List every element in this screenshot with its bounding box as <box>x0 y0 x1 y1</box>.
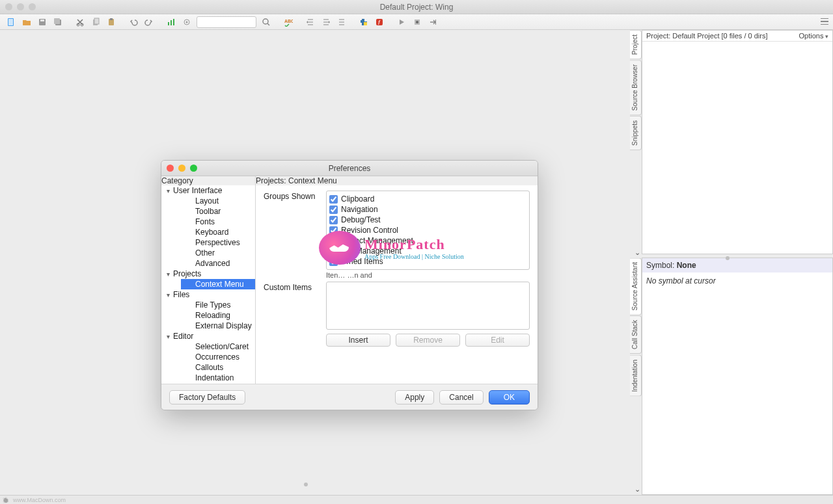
tab-project[interactable]: Project <box>630 30 642 59</box>
window-title-bar: Default Project: Wing <box>0 0 833 14</box>
chevron-down-icon[interactable]: ⌄ <box>635 485 640 494</box>
close-icon[interactable] <box>5 3 12 10</box>
tree-item-indentation[interactable]: Indentation <box>181 373 255 383</box>
spellcheck-icon[interactable]: ABC <box>281 16 295 29</box>
tree-item-callouts[interactable]: Callouts <box>181 362 255 373</box>
group-navigation[interactable]: Navigation <box>329 204 526 215</box>
tree-item-advanced[interactable]: Advanced <box>181 258 255 269</box>
maximize-icon[interactable] <box>190 165 197 172</box>
tree-item-toolbar[interactable]: Toolbar <box>181 206 255 217</box>
remove-button[interactable]: Remove <box>396 334 460 347</box>
minimize-icon[interactable] <box>178 165 185 172</box>
indent-right-icon[interactable] <box>319 16 333 29</box>
group-revision-control[interactable]: Revision Control <box>329 225 526 235</box>
tree-group-editor[interactable]: Editor <box>161 331 255 341</box>
dialog-title-bar[interactable]: Preferences <box>161 161 538 176</box>
minimize-icon[interactable] <box>17 3 24 10</box>
tree-item-occurrences[interactable]: Occurrences <box>181 352 255 362</box>
dialog-footer: Factory Defaults Apply Cancel OK <box>161 384 538 410</box>
flash-icon[interactable]: f <box>372 16 387 29</box>
groups-shown-list: Clipboard Navigation Debug/Test Revision… <box>326 191 530 270</box>
paste-icon[interactable] <box>104 16 118 29</box>
tree-item-layout[interactable]: Layout <box>181 196 255 206</box>
tab-snippets[interactable]: Snippets <box>630 116 642 150</box>
insert-button[interactable]: Insert <box>326 334 390 347</box>
save-icon[interactable] <box>35 16 49 29</box>
tab-indentation[interactable]: Indentation <box>630 355 642 397</box>
status-bar: www.MacDown.com <box>0 495 833 504</box>
undo-icon[interactable] <box>126 16 141 29</box>
tree-item-fonts[interactable]: Fonts <box>181 217 255 227</box>
window-title: Default Project: Wing <box>0 3 833 12</box>
tree-group-projects[interactable]: Projects <box>161 269 255 279</box>
python-icon[interactable] <box>357 16 371 29</box>
cancel-button[interactable]: Cancel <box>439 390 483 405</box>
main-area: Project Source Browser Snippets Project:… <box>0 30 833 495</box>
resize-handle-icon[interactable] <box>726 256 730 260</box>
ok-button[interactable]: OK <box>489 390 530 405</box>
copy-icon[interactable] <box>89 16 103 29</box>
svg-point-17 <box>263 19 268 24</box>
factory-defaults-button[interactable]: Factory Defaults <box>169 390 245 405</box>
status-text: www.MacDown.com <box>13 497 66 503</box>
groups-shown-label: Groups Shown <box>264 191 326 201</box>
main-toolbar: ABC f <box>0 14 833 30</box>
source-assistant-panel: Symbol: None No symbol at cursor <box>642 258 833 495</box>
group-project-management[interactable]: Project Management <box>329 235 526 246</box>
group-debug-test[interactable]: Debug/Test <box>329 215 526 225</box>
project-panel: Project: Default Project [0 files / 0 di… <box>642 30 833 254</box>
category-tree[interactable]: User Interface Layout Toolbar Fonts Keyb… <box>161 185 256 384</box>
comment-icon[interactable] <box>335 16 349 29</box>
tree-item-selection-caret[interactable]: Selection/Caret <box>181 341 255 352</box>
search-icon[interactable] <box>259 16 273 29</box>
new-file-icon[interactable] <box>4 16 18 29</box>
hamburger-menu-icon[interactable] <box>819 16 830 27</box>
svg-point-23 <box>416 21 418 23</box>
tree-item-file-types[interactable]: File Types <box>181 300 255 310</box>
custom-items-list[interactable] <box>326 282 530 330</box>
tree-item-reloading[interactable]: Reloading <box>181 310 255 321</box>
record-icon[interactable] <box>410 16 424 29</box>
right-vertical-tabs-upper: Project Source Browser Snippets <box>630 30 642 254</box>
play-icon[interactable] <box>394 16 409 29</box>
target-icon[interactable] <box>180 16 194 29</box>
edit-button[interactable]: Edit <box>465 334 530 347</box>
tree-item-other[interactable]: Other <box>181 248 255 258</box>
tree-item-external-display[interactable]: External Display <box>181 321 255 331</box>
tree-item-keyboard[interactable]: Keyboard <box>181 227 255 237</box>
group-file-management[interactable]: File Management <box>329 246 526 256</box>
open-folder-icon[interactable] <box>20 16 34 29</box>
tree-item-context-menu[interactable]: Context Menu <box>181 279 255 289</box>
tab-source-assistant[interactable]: Source Assistant <box>630 258 642 315</box>
tab-source-browser[interactable]: Source Browser <box>630 60 642 115</box>
svg-rect-24 <box>435 20 436 25</box>
project-options-dropdown[interactable]: Options <box>799 32 828 40</box>
graph-icon[interactable] <box>164 16 178 29</box>
svg-rect-13 <box>171 20 172 25</box>
indent-left-icon[interactable] <box>303 16 318 29</box>
window-traffic-lights[interactable] <box>5 3 36 10</box>
tree-group-user-interface[interactable]: User Interface <box>161 185 255 196</box>
svg-text:ABC: ABC <box>284 19 293 23</box>
preferences-dialog: Preferences Category Projects: Context M… <box>161 160 538 410</box>
maximize-icon[interactable] <box>29 3 36 10</box>
svg-rect-19 <box>364 22 367 25</box>
group-clipboard[interactable]: Clipboard <box>329 194 526 204</box>
tree-item-perspectives[interactable]: Perspectives <box>181 237 255 248</box>
save-all-icon[interactable] <box>51 16 65 29</box>
chevron-down-icon[interactable]: ⌄ <box>635 248 640 257</box>
redo-icon[interactable] <box>142 16 156 29</box>
tab-call-stack[interactable]: Call Stack <box>630 315 642 354</box>
category-header: Category <box>161 176 256 185</box>
goto-icon[interactable] <box>426 16 440 29</box>
search-input[interactable] <box>197 16 256 28</box>
resize-handle-icon[interactable] <box>304 483 308 486</box>
group-user-defined[interactable]: …ned Items <box>329 256 526 267</box>
cut-icon[interactable] <box>73 16 87 29</box>
svg-rect-14 <box>173 19 174 25</box>
apply-button[interactable]: Apply <box>395 390 434 405</box>
close-icon[interactable] <box>167 165 174 172</box>
tree-item-line-wrapping[interactable]: Line Wrapping <box>181 383 255 384</box>
tree-group-files[interactable]: Files <box>161 289 255 300</box>
settings-pane: Groups Shown Clipboard Navigation Debug/… <box>256 185 538 384</box>
